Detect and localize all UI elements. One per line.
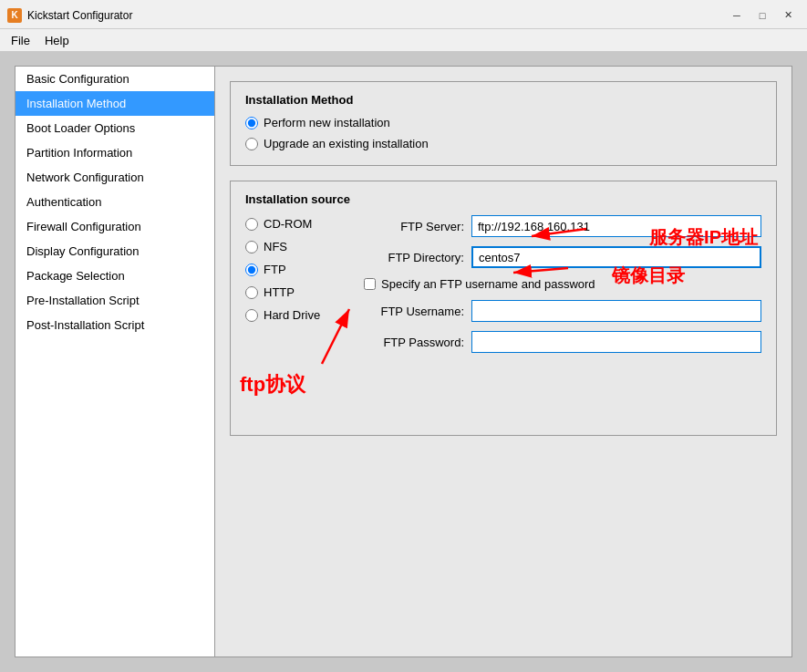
ftp-form: FTP Server: FTP Directory: Specify an FT… [364,215,761,353]
ftp-server-row: FTP Server: [364,215,761,237]
radio-input-hard-drive[interactable] [245,309,258,322]
radio-label-upgrade: Upgrade an existing installation [264,137,429,150]
ftp-password-label: FTP Password: [364,336,464,349]
ftp-username-input[interactable] [471,300,761,322]
sidebar-item-post-install[interactable]: Post-Installation Script [16,313,214,337]
source-radios: CD-ROM NFS FTP HTTP [245,215,346,353]
sidebar: Basic Configuration Installation Method … [15,66,215,657]
radio-label-http: HTTP [264,285,295,299]
sidebar-item-display-config[interactable]: Display Configuration [16,239,214,264]
sidebar-item-authentication[interactable]: Authentication [16,190,214,214]
radio-label-hard-drive: Hard Drive [264,308,320,322]
installation-method-options: Perform new installation Upgrade an exis… [245,116,761,150]
radio-http[interactable]: HTTP [245,285,346,299]
radio-input-cdrom[interactable] [245,218,258,231]
radio-input-http[interactable] [245,286,258,299]
ftp-directory-label: FTP Directory: [364,251,464,264]
ftp-username-row: FTP Username: [364,300,761,322]
sidebar-item-partition-info[interactable]: Partition Information [16,140,214,165]
sidebar-item-network-config[interactable]: Network Configuration [16,165,214,190]
specify-username-label: Specify an FTP username and password [381,277,595,291]
sidebar-item-package-selection[interactable]: Package Selection [16,264,214,288]
installation-source-title: Installation source [245,192,761,206]
specify-username-row: Specify an FTP username and password [364,277,761,291]
installation-source-section: Installation source CD-ROM NFS FTP [230,181,777,436]
maximize-button[interactable]: □ [750,6,774,25]
sidebar-item-boot-loader[interactable]: Boot Loader Options [16,116,214,140]
minimize-button[interactable]: ─ [725,6,749,25]
radio-label-new-installation: Perform new installation [264,116,390,129]
annotation-ftp-protocol: ftp协议 [240,371,305,398]
radio-hard-drive[interactable]: Hard Drive [245,308,346,322]
radio-label-cdrom: CD-ROM [264,217,312,231]
titlebar-buttons: ─ □ ✕ [725,6,800,25]
radio-input-upgrade[interactable] [245,138,258,150]
radio-cdrom[interactable]: CD-ROM [245,217,346,231]
radio-input-ftp[interactable] [245,264,258,276]
ftp-password-row: FTP Password: [364,331,761,353]
radio-new-installation[interactable]: Perform new installation [245,116,761,129]
installation-method-section: Installation Method Perform new installa… [230,81,777,166]
radio-input-nfs[interactable] [245,241,258,253]
titlebar-left: K Kickstart Configurator [7,8,132,23]
radio-upgrade[interactable]: Upgrade an existing installation [245,137,761,150]
menu-help[interactable]: Help [37,32,77,49]
ftp-server-label: FTP Server: [364,220,464,233]
specify-username-checkbox[interactable] [364,278,376,290]
installation-method-title: Installation Method [245,93,761,107]
radio-label-nfs: NFS [264,240,287,253]
ftp-server-input[interactable] [471,215,761,237]
sidebar-item-pre-install[interactable]: Pre-Installation Script [16,288,214,313]
sidebar-item-firewall-config[interactable]: Firewall Configuration [16,214,214,239]
titlebar: K Kickstart Configurator ─ □ ✕ [0,0,807,29]
ftp-password-input[interactable] [471,331,761,353]
ftp-username-label: FTP Username: [364,305,464,318]
ftp-directory-input[interactable] [471,246,761,268]
close-button[interactable]: ✕ [776,6,800,25]
main-container: Basic Configuration Installation Method … [0,51,807,672]
titlebar-title: Kickstart Configurator [27,9,132,22]
radio-input-new-installation[interactable] [245,117,258,129]
app-icon: K [7,8,22,23]
radio-label-ftp: FTP [264,263,286,276]
menu-file[interactable]: File [4,32,37,49]
menubar: File Help [0,29,807,51]
radio-ftp[interactable]: FTP [245,263,346,276]
sidebar-item-basic-config[interactable]: Basic Configuration [16,67,214,91]
content-area: Installation Method Perform new installa… [215,66,792,657]
radio-nfs[interactable]: NFS [245,240,346,253]
sidebar-item-installation-method[interactable]: Installation Method [16,91,214,116]
source-layout: CD-ROM NFS FTP HTTP [245,215,761,353]
ftp-directory-row: FTP Directory: [364,246,761,268]
